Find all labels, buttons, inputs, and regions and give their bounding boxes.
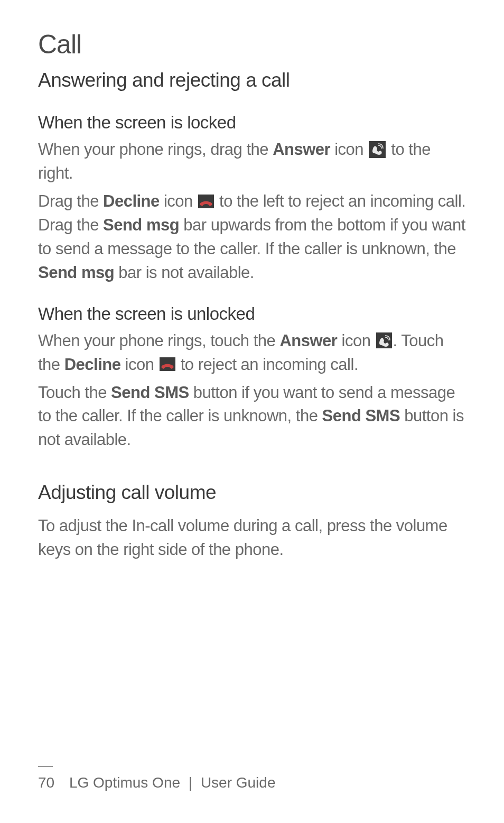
text-fragment: When your phone rings, drag the: [38, 140, 273, 159]
unlocked-paragraph-1: When your phone rings, touch the Answer …: [38, 329, 466, 377]
text-fragment: icon: [337, 331, 375, 350]
answer-icon: [369, 141, 386, 158]
text-fragment: Touch the: [38, 383, 111, 402]
page-heading: Call: [38, 29, 466, 60]
section-volume-heading: Adjusting call volume: [38, 482, 466, 504]
send-msg-label: Send msg: [38, 263, 114, 282]
send-sms-label: Send SMS: [322, 406, 400, 425]
answer-label: Answer: [273, 140, 330, 159]
sub-heading-unlocked: When the screen is unlocked: [38, 304, 466, 324]
send-sms-label: Send SMS: [111, 383, 189, 402]
decline-label: Decline: [103, 192, 160, 210]
volume-paragraph: To adjust the In-call volume during a ca…: [38, 514, 466, 562]
text-fragment: to reject an incoming call.: [176, 355, 358, 374]
sub-heading-locked: When the screen is locked: [38, 113, 466, 133]
footer-separator: |: [189, 774, 192, 791]
section-answering-heading: Answering and rejecting a call: [38, 69, 466, 91]
page-footer: 70 LG Optimus One | User Guide: [38, 766, 466, 791]
decline-label: Decline: [64, 355, 121, 374]
locked-paragraph-1: When your phone rings, drag the Answer i…: [38, 138, 466, 186]
footer-rule: [38, 766, 53, 767]
text-fragment: icon: [330, 140, 368, 159]
decline-icon: [160, 357, 175, 371]
unlocked-paragraph-2: Touch the Send SMS button if you want to…: [38, 381, 466, 452]
locked-paragraph-2: Drag the Decline icon to the left to rej…: [38, 190, 466, 285]
answer-icon: [376, 332, 392, 348]
text-fragment: When your phone rings, touch the: [38, 331, 279, 350]
send-msg-label: Send msg: [103, 216, 179, 234]
text-fragment: icon: [121, 355, 158, 374]
product-name: LG Optimus One: [69, 774, 180, 791]
answer-label: Answer: [279, 331, 337, 350]
footer-text: 70 LG Optimus One | User Guide: [38, 774, 466, 791]
text-fragment: bar is not available.: [114, 263, 254, 282]
page-number: 70: [38, 774, 54, 791]
text-fragment: Drag the: [38, 192, 103, 210]
doc-title: User Guide: [201, 774, 276, 791]
text-fragment: icon: [160, 192, 197, 210]
decline-icon: [198, 195, 214, 208]
